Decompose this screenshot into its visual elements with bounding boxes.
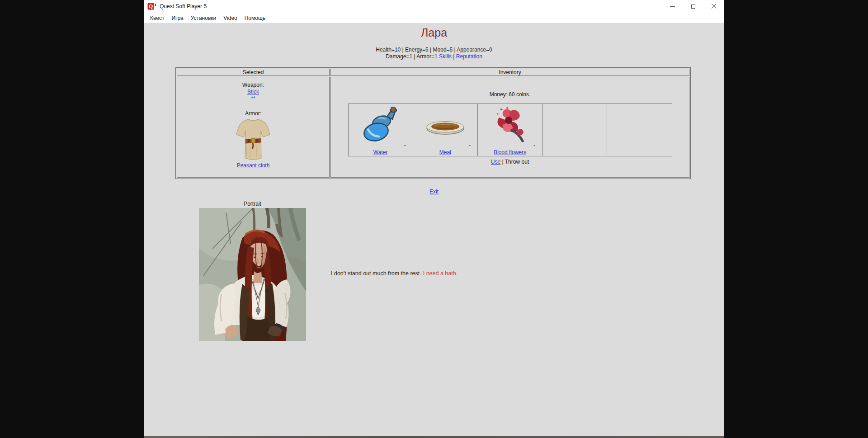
portrait-label: Portrait [199, 201, 306, 207]
character-name-title: Лара [144, 26, 724, 39]
peasant-cloth-tunic-icon [232, 117, 274, 161]
maximize-button[interactable] [683, 0, 703, 13]
titlebar: Q Quest Soft Player 5 [144, 0, 724, 13]
inventory-slot-empty[interactable] [542, 104, 607, 156]
meal-plate-icon [424, 107, 467, 145]
money-text: Money: 60 coins. [331, 91, 689, 98]
stats-line-2-separator: | [452, 53, 456, 60]
item-link-blood-flowers[interactable]: Blood flowers [478, 149, 542, 155]
armor-link[interactable]: Peasant cloth [237, 162, 270, 169]
inventory-slot-water[interactable]: - Water [348, 104, 413, 156]
reputation-link[interactable]: Reputation [456, 53, 482, 60]
exit-link[interactable]: Exit [429, 188, 439, 195]
menubar: Квест Игра Установки Video Помощь [144, 13, 724, 23]
game-content: Лара Health=10 | Energy=5 | Mood=5 | App… [144, 23, 724, 438]
inventory-column-header: Inventory [330, 69, 689, 76]
item-quantity-dash: - [469, 142, 471, 148]
story-text: I don't stand out much from the rest.I n… [331, 270, 458, 277]
item-link-meal[interactable]: Meal [413, 149, 477, 155]
app-logo-icon: Q [147, 2, 157, 11]
stats-line-2-text: Damage=1 | Armor=1 [386, 53, 439, 60]
menu-item-video[interactable]: Video [220, 14, 241, 22]
use-link[interactable]: Use [491, 159, 500, 165]
inventory-slot-blood-flowers[interactable]: - Blood flowers [477, 104, 542, 156]
selected-column-header: Selected [177, 69, 330, 76]
weapon-label: Weapon: [177, 82, 329, 89]
weapon-alt-link[interactable]: ** [251, 95, 255, 102]
menu-item-help[interactable]: Помощь [241, 14, 269, 22]
character-portrait-image [199, 208, 306, 341]
menu-item-quest[interactable]: Квест [146, 14, 168, 22]
stats-line-1: Health=10 | Energy=5 | Mood=5 | Appearan… [144, 47, 724, 53]
skills-link[interactable]: Skills [439, 53, 452, 60]
menu-item-settings[interactable]: Установки [187, 14, 220, 22]
exit-row: Exit [144, 188, 724, 195]
taskbar-edge [144, 436, 724, 438]
selected-panel: Weapon: Stick ** Armor: [177, 77, 330, 178]
inventory-grid: - Water [348, 104, 672, 156]
stats-line-2: Damage=1 | Armor=1 Skills | Reputation [144, 53, 724, 60]
inventory-slot-empty[interactable] [607, 104, 672, 156]
minimize-button[interactable] [662, 0, 683, 13]
minimize-icon [670, 6, 675, 7]
story-text-black: I don't stand out much from the rest. [331, 270, 421, 277]
inventory-panel: Money: 60 coins. [330, 77, 689, 178]
weapon-link[interactable]: Stick [247, 89, 259, 95]
selected-inventory-table: Selected Inventory Weapon: Stick ** Armo… [175, 67, 691, 179]
blood-flowers-icon [488, 107, 532, 145]
action-separator: | [500, 159, 505, 165]
svg-text:Q: Q [149, 3, 153, 9]
story-text-red: I need a bath. [423, 270, 458, 277]
menu-item-game[interactable]: Игра [168, 14, 187, 22]
close-icon [711, 4, 717, 9]
maximize-icon [691, 5, 695, 9]
item-actions-row: Use | Throw out [331, 159, 689, 165]
item-quantity-dash: - [533, 142, 535, 148]
item-link-water[interactable]: Water [349, 149, 413, 155]
armor-label: Armor: [177, 110, 329, 117]
throw-out-label: Throw out [505, 159, 529, 165]
item-quantity-dash: - [404, 142, 406, 148]
close-button[interactable] [703, 0, 724, 13]
app-window: Q Quest Soft Player 5 Квест Игра Установ… [144, 0, 724, 438]
window-title: Quest Soft Player 5 [160, 3, 207, 9]
inventory-slot-meal[interactable]: - Meal [413, 104, 477, 156]
water-flask-icon [359, 107, 402, 145]
window-controls [662, 0, 724, 13]
